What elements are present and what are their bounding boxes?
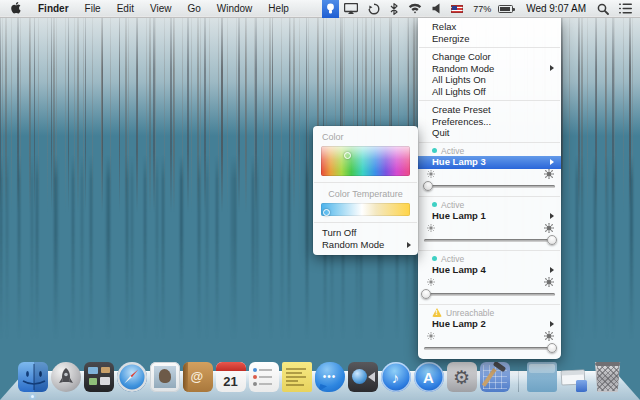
menu-item-hue-lamp-1[interactable]: Hue Lamp 1 (418, 210, 561, 223)
brightness-slider-hue-lamp-1[interactable] (423, 234, 556, 247)
dim-sun-icon (427, 170, 435, 178)
dock-item-mission-control[interactable] (84, 362, 114, 392)
menu-file[interactable]: File (77, 0, 109, 18)
lamp-status-row: Unreachable (418, 308, 561, 319)
running-indicator (31, 395, 34, 398)
contacts-book-icon: @ (183, 362, 213, 392)
dock-item-xcode[interactable] (480, 362, 510, 392)
menu-separator (419, 47, 560, 48)
menu-item-quit[interactable]: Quit (418, 127, 561, 139)
time-machine-icon[interactable] (363, 0, 385, 18)
menu-item-hue-lamp-2[interactable]: Hue Lamp 2 (418, 318, 561, 331)
input-language-flag-icon[interactable] (446, 0, 468, 18)
menu-bar-left: Finder File Edit View Go Window Help (0, 0, 297, 18)
dock-item-trash[interactable] (593, 362, 623, 392)
battery-percentage: 77% (468, 4, 493, 14)
warning-triangle-icon (432, 308, 442, 317)
submenu-item-turn-off[interactable]: Turn Off (313, 227, 418, 239)
dock-item-system-preferences[interactable]: ⚙ (447, 362, 477, 392)
calendar-day-number: 21 (216, 371, 246, 392)
menu-go[interactable]: Go (179, 0, 208, 18)
dock-item-reminders[interactable] (249, 362, 279, 392)
dock-item-facetime[interactable] (348, 362, 378, 392)
menu-separator (419, 250, 560, 251)
notification-center-icon[interactable] (614, 0, 640, 18)
bright-sun-icon (544, 277, 554, 287)
lamp-section-hue-lamp-2: Unreachable Hue Lamp 2 (418, 308, 561, 355)
menu-item-energize[interactable]: Energize (418, 33, 561, 45)
menu-item-relax[interactable]: Relax (418, 21, 561, 33)
color-picker-indicator[interactable] (344, 152, 351, 159)
brightness-icons-row (418, 277, 561, 288)
apple-menu[interactable] (0, 2, 30, 15)
dock-item-itunes[interactable]: ♪ (381, 362, 411, 392)
lightbulb-icon (326, 3, 335, 15)
menu-item-change-color[interactable]: Change Color (418, 51, 561, 63)
menu-help[interactable]: Help (260, 0, 297, 18)
menu-item-all-lights-off[interactable]: All Lights Off (418, 86, 561, 98)
wifi-icon[interactable] (403, 0, 427, 18)
lamp-status-row: Active (418, 200, 561, 211)
menu-item-all-lights-on[interactable]: All Lights On (418, 74, 561, 86)
submenu-arrow-icon (550, 267, 554, 273)
reminders-icon (249, 362, 279, 392)
mission-control-icon (84, 362, 114, 392)
temperature-picker-indicator[interactable] (323, 209, 330, 216)
menu-view[interactable]: View (142, 0, 180, 18)
menu-bar-status-area: 77% Wed 9:07 AM (322, 0, 640, 18)
submenu-item-random-mode[interactable]: Random Mode (313, 239, 418, 251)
dock-item-finder[interactable] (18, 362, 48, 392)
dock-item-stickies[interactable] (282, 362, 312, 392)
lamp-status-row: Active (418, 146, 561, 157)
slider-knob[interactable] (547, 235, 557, 245)
messages-bubble-icon: ••• (315, 362, 345, 392)
slider-knob[interactable] (421, 289, 431, 299)
brightness-slider-hue-lamp-4[interactable] (423, 288, 556, 301)
slider-knob[interactable] (423, 181, 433, 191)
menu-item-hue-lamp-3[interactable]: Hue Lamp 3 (418, 156, 561, 169)
trash-icon (593, 362, 623, 392)
dock-item-launchpad[interactable] (51, 362, 81, 392)
menu-finder[interactable]: Finder (30, 0, 77, 18)
menu-edit[interactable]: Edit (109, 0, 142, 18)
dock-item-app-store[interactable]: A (414, 362, 444, 392)
spotlight-search-icon[interactable] (592, 0, 614, 18)
lamp-section-hue-lamp-4: Active Hue Lamp 4 (418, 254, 561, 301)
hue-dropdown-menu: Relax Energize Change Color Random Mode … (418, 18, 561, 359)
volume-icon[interactable] (427, 0, 446, 18)
menu-item-random-mode[interactable]: Random Mode (418, 63, 561, 75)
menu-window[interactable]: Window (209, 0, 261, 18)
system-preferences-gear-icon: ⚙ (447, 362, 477, 392)
submenu-arrow-icon (550, 159, 554, 165)
dim-sun-icon (427, 224, 435, 232)
dock-item-messages[interactable]: ••• (315, 362, 345, 392)
bright-sun-icon (544, 331, 554, 341)
dock-item-safari[interactable] (117, 362, 147, 392)
dock-item-mail[interactable] (150, 362, 180, 392)
brightness-slider-hue-lamp-3[interactable] (423, 180, 556, 193)
brightness-slider-hue-lamp-2[interactable] (423, 342, 556, 355)
dim-sun-icon (427, 332, 435, 340)
airplay-display-icon[interactable] (339, 0, 363, 18)
submenu-arrow-icon (550, 213, 554, 219)
color-picker-gradient[interactable] (321, 146, 410, 176)
bluetooth-icon[interactable] (385, 0, 403, 18)
dock-item-calendar[interactable]: 21 (216, 362, 246, 392)
hue-menu-extra-icon[interactable] (322, 0, 339, 18)
battery-icon[interactable] (493, 0, 520, 18)
dock-item-downloads-stack[interactable] (560, 362, 590, 392)
brightness-icons-row (418, 169, 561, 180)
safari-compass-icon (117, 362, 147, 392)
downloads-stack-icon (560, 362, 590, 392)
lamp-section-hue-lamp-3: Active Hue Lamp 3 (418, 146, 561, 193)
color-temperature-gradient[interactable] (321, 203, 410, 216)
slider-knob[interactable] (547, 343, 557, 353)
menu-bar-clock[interactable]: Wed 9:07 AM (520, 3, 592, 14)
dock-item-contacts[interactable]: @ (183, 362, 213, 392)
dock-item-documents-box[interactable] (527, 362, 557, 392)
submenu-separator (314, 222, 417, 223)
menu-item-preferences[interactable]: Preferences... (418, 116, 561, 128)
menu-item-create-preset[interactable]: Create Preset (418, 104, 561, 116)
menu-item-hue-lamp-4[interactable]: Hue Lamp 4 (418, 264, 561, 277)
submenu-arrow-icon (550, 65, 554, 71)
